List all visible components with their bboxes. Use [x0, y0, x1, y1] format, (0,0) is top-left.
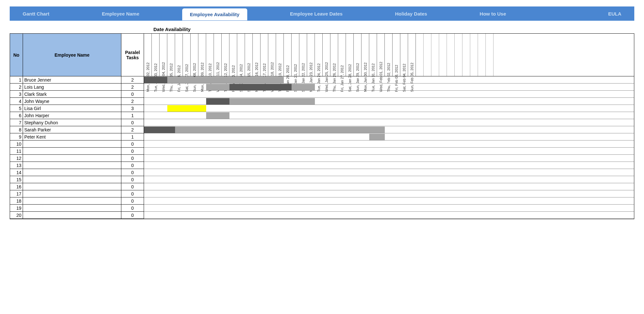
gantt-row[interactable] [144, 169, 634, 176]
date-column[interactable]: Wed, Jan 18, 2012 [268, 34, 276, 76]
row-name[interactable]: Lisa Girl [23, 105, 121, 112]
tab-eula[interactable]: EULA [598, 8, 631, 19]
row-no[interactable]: 14 [10, 169, 23, 176]
gantt-row[interactable] [144, 84, 634, 91]
row-no[interactable]: 20 [10, 212, 23, 219]
row-tasks[interactable]: 2 [121, 98, 144, 105]
row-no[interactable]: 18 [10, 197, 23, 205]
date-column[interactable]: Tue, Jan 10, 2012 [206, 34, 214, 76]
gantt-row[interactable] [144, 176, 634, 183]
date-column[interactable]: Wed, Jan 25, 2012 [323, 34, 330, 76]
row-no[interactable]: 5 [10, 105, 23, 112]
gantt-row[interactable] [144, 76, 634, 84]
date-column[interactable]: Sat, Jan 28, 2012 [346, 34, 354, 76]
row-name[interactable] [23, 176, 121, 183]
row-name[interactable] [23, 155, 121, 162]
row-tasks[interactable]: 0 [121, 197, 144, 205]
date-column[interactable]: Tue, Jan 24, 2012 [315, 34, 323, 76]
gantt-row[interactable] [144, 105, 634, 112]
gantt-bar[interactable] [144, 127, 175, 133]
row-name[interactable] [23, 148, 121, 155]
tab-employee-availability[interactable]: Employee Availability [182, 8, 247, 20]
gantt-bar[interactable] [206, 112, 229, 119]
date-column[interactable]: Fri, Jan 06, 2012 [175, 34, 183, 76]
row-no[interactable]: 1 [10, 76, 23, 84]
row-tasks[interactable]: 1 [121, 133, 144, 140]
date-column[interactable]: Tue, Jan 03, 2012 [152, 34, 160, 76]
date-column[interactable]: Tue, Jan 17, 2012 [261, 34, 268, 76]
row-tasks[interactable]: 2 [121, 84, 144, 91]
date-column-blank[interactable] [470, 34, 478, 76]
gantt-bar[interactable] [144, 77, 167, 83]
row-name[interactable]: Peter Kent [23, 133, 121, 140]
date-column[interactable]: Thu, Jan 26, 2012 [330, 34, 338, 76]
row-name[interactable]: Clark Stark [23, 91, 121, 98]
gantt-bar[interactable] [369, 134, 385, 140]
row-tasks[interactable]: 0 [121, 162, 144, 169]
date-column[interactable]: Mon, Jan 02, 2012 [144, 34, 152, 76]
row-name[interactable] [23, 140, 121, 148]
row-name[interactable]: Lois Lang [23, 84, 121, 91]
row-tasks[interactable]: 0 [121, 140, 144, 148]
date-column[interactable]: Wed, Jan 04, 2012 [160, 34, 167, 76]
date-column[interactable]: Wed, Jan 11, 2012 [214, 34, 222, 76]
row-tasks[interactable]: 0 [121, 91, 144, 98]
date-column[interactable]: Wed, Feb 01, 2012 [377, 34, 385, 76]
date-column[interactable]: Sun, Jan 29, 2012 [354, 34, 361, 76]
row-name[interactable] [23, 169, 121, 176]
date-column[interactable]: Fri, Jan 27, 2012 [338, 34, 346, 76]
date-column[interactable]: Tue, Jan 31, 2012 [369, 34, 377, 76]
row-name[interactable] [23, 183, 121, 190]
gantt-bar[interactable] [206, 98, 229, 105]
row-tasks[interactable]: 0 [121, 183, 144, 190]
row-name[interactable]: Bruce Jenner [23, 76, 121, 84]
tab-holiday-dates[interactable]: Holiday Dates [385, 8, 437, 19]
tab-employee-name[interactable]: Employee Name [92, 8, 149, 19]
date-column[interactable]: Fri, Jan 13, 2012 [229, 34, 237, 76]
row-no[interactable]: 11 [10, 148, 23, 155]
date-column[interactable]: Mon, Jan 16, 2012 [253, 34, 261, 76]
row-tasks[interactable]: 0 [121, 169, 144, 176]
tab-employee-leave-dates[interactable]: Employee Leave Dates [280, 8, 352, 19]
row-tasks[interactable]: 0 [121, 155, 144, 162]
date-column[interactable]: Sun, Jan 15, 2012 [245, 34, 253, 76]
gantt-row[interactable] [144, 112, 634, 119]
row-tasks[interactable]: 3 [121, 105, 144, 112]
row-name[interactable] [23, 212, 121, 219]
row-no[interactable]: 15 [10, 176, 23, 183]
date-column[interactable]: Sun, Jan 08, 2012 [191, 34, 198, 76]
date-column[interactable]: Sun, Feb 05, 2012 [408, 34, 416, 76]
date-column[interactable]: Sat, Jan 07, 2012 [183, 34, 191, 76]
row-tasks[interactable]: 0 [121, 148, 144, 155]
date-column[interactable]: Fri, Jan 20, 2012 [284, 34, 292, 76]
row-name[interactable] [23, 197, 121, 205]
row-no[interactable]: 2 [10, 84, 23, 91]
gantt-row[interactable] [144, 148, 634, 155]
row-tasks[interactable]: 0 [121, 176, 144, 183]
date-column[interactable]: Sun, Jan 22, 2012 [299, 34, 307, 76]
gantt-row[interactable] [144, 119, 634, 126]
gantt-row[interactable] [144, 162, 634, 169]
row-no[interactable]: 19 [10, 205, 23, 212]
date-column-blank[interactable] [462, 34, 470, 76]
row-no[interactable]: 12 [10, 155, 23, 162]
row-tasks[interactable]: 2 [121, 126, 144, 133]
gantt-row[interactable] [144, 140, 634, 148]
date-column-blank[interactable] [439, 34, 447, 76]
date-column[interactable]: Thu, Feb 02, 2012 [385, 34, 393, 76]
date-column[interactable]: Fri, Feb 03, 2012 [393, 34, 400, 76]
row-name[interactable] [23, 162, 121, 169]
row-no[interactable]: 10 [10, 140, 23, 148]
row-tasks[interactable]: 2 [121, 76, 144, 84]
row-no[interactable]: 6 [10, 112, 23, 119]
date-column[interactable]: Sat, Feb 04, 2012 [400, 34, 408, 76]
gantt-bar[interactable] [167, 105, 206, 112]
gantt-row[interactable] [144, 155, 634, 162]
date-column[interactable]: Mon, Jan 30, 2012 [361, 34, 369, 76]
row-name[interactable]: John Wayne [23, 98, 121, 105]
date-column-blank[interactable] [424, 34, 431, 76]
date-column[interactable]: Thu, Jan 12, 2012 [222, 34, 229, 76]
gantt-row[interactable] [144, 197, 634, 205]
row-name[interactable]: Sarah Parker [23, 126, 121, 133]
row-no[interactable]: 7 [10, 119, 23, 126]
